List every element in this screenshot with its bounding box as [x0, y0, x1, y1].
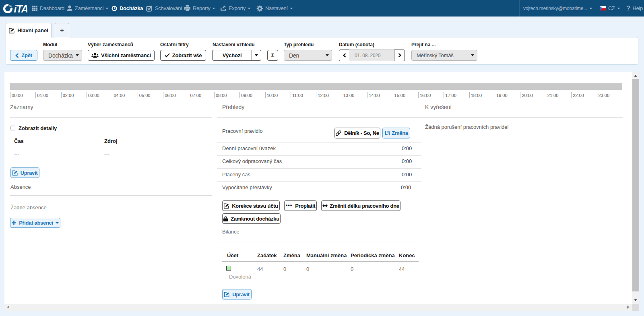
- svg-text:iTA: iTA: [14, 3, 28, 14]
